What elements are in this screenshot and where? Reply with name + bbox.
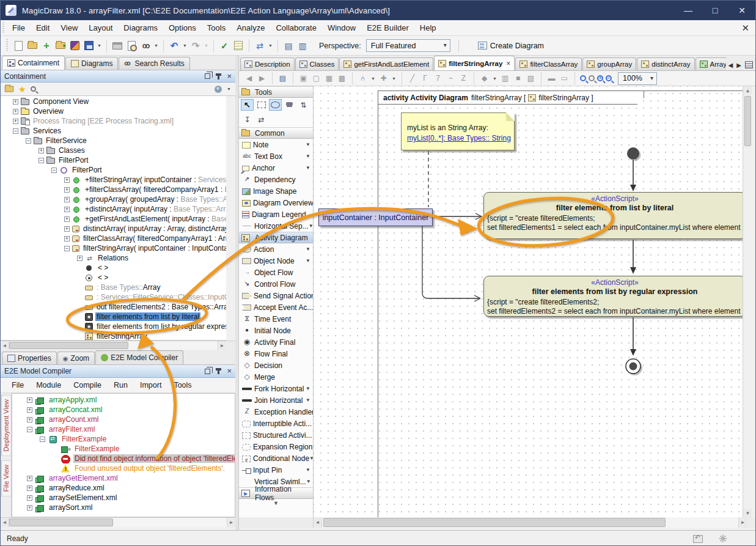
find-dropdown-icon[interactable]: ▼	[153, 43, 159, 48]
containment-tree-row[interactable]: out filteredElements2 : Base Types::Arra…	[1, 302, 226, 312]
maximize-button[interactable]: □	[702, 1, 728, 20]
float-panel-icon[interactable]	[205, 73, 210, 79]
tree-expander-icon[interactable]: +	[64, 216, 70, 222]
diagram-tab-classes[interactable]: Classes	[295, 57, 339, 70]
palette-item-horizontal-sep-[interactable]: Horizontal Sep...▼	[239, 220, 313, 232]
scroll-left-icon[interactable]: ◄	[1, 518, 9, 527]
tab-diagrams[interactable]: Diagrams	[65, 57, 118, 70]
fill-color-icon[interactable]: ◆	[479, 73, 490, 84]
palette-dropdown-icon[interactable]: ▼	[306, 246, 310, 252]
palette-item-structured-activi-[interactable]: Structured Activi...	[239, 429, 313, 441]
export-icon[interactable]: ⇄	[254, 40, 266, 52]
menu-window[interactable]: Window	[322, 21, 361, 35]
close-panel-icon[interactable]: ×	[227, 368, 232, 374]
palette-dropdown-icon[interactable]: ▼	[306, 258, 310, 264]
palette-dropdown-icon[interactable]: ▼	[306, 467, 310, 473]
compiler-tree-row[interactable]: −arrayFilter.xml	[12, 424, 235, 434]
profile-icon[interactable]	[68, 40, 81, 52]
palette-dropdown-icon[interactable]: ▼	[306, 165, 310, 171]
tab-file-view[interactable]: File View	[1, 460, 10, 496]
new-project-icon[interactable]	[12, 40, 24, 52]
diagram-canvas[interactable]: activity Activity Diagram filterStringAr…	[314, 86, 743, 517]
diagram-tab-getfirstandlastelement[interactable]: getFirstAndLastElement	[339, 57, 433, 70]
containment-tree-row[interactable]: +Relations	[1, 253, 226, 263]
tree-expander-icon[interactable]: −	[39, 158, 44, 163]
paste-icon[interactable]: ▢	[311, 73, 321, 84]
print-icon[interactable]	[111, 40, 123, 52]
palette-item-fork-horizontal[interactable]: Fork Horizontal▼	[239, 383, 313, 394]
spelling-icon[interactable]: ✓	[218, 40, 230, 52]
compiler-tree-row[interactable]: +arrayConcat.xml	[12, 405, 235, 415]
grid-icon[interactable]: ▥	[500, 73, 510, 84]
copy-icon[interactable]: ▣	[298, 73, 309, 84]
containment-tree-row[interactable]: filterStringArray	[1, 331, 226, 341]
containment-tree-row[interactable]: filter elements from list by regular exp…	[1, 322, 226, 331]
show-grid-icon[interactable]: ■	[513, 73, 523, 84]
delete-icon[interactable]: ▦	[324, 73, 334, 84]
tree-expander-icon[interactable]: −	[51, 168, 57, 173]
containment-tree-row[interactable]: < >	[1, 273, 226, 282]
open-module-icon[interactable]	[54, 40, 67, 52]
zoom-selection-icon[interactable]	[589, 75, 595, 81]
palette-section-common[interactable]: Common	[239, 127, 313, 139]
palette-item-send-signal-action[interactable]: Send Signal Action	[239, 290, 313, 301]
compiler-tree-row[interactable]: +arrayApply.xml	[12, 395, 235, 405]
containment-tree-row[interactable]: +Process Tracing [E2E Process Tracing.xm…	[1, 116, 226, 126]
align-icon[interactable]: ▬	[546, 73, 557, 84]
object-node-inputcontainer[interactable]: inputContainer : InputContainer	[318, 208, 433, 226]
tree-expander-icon[interactable]: +	[13, 99, 18, 105]
find-icon[interactable]: oo	[139, 40, 152, 52]
palette-section-activity-diagram[interactable]: Activity Diagram	[239, 232, 313, 243]
compiler-menu-tools[interactable]: Tools	[167, 379, 197, 391]
containment-tree-row[interactable]: −filterStringArray( inputContainer : Inp…	[1, 243, 226, 253]
valign-tool-icon[interactable]	[297, 99, 310, 111]
compiler-tree-row[interactable]: +arrayReduce.xml	[12, 483, 235, 493]
menubar-close-icon[interactable]: ✕	[741, 23, 749, 34]
compiler-menu-file[interactable]: File	[6, 379, 30, 391]
close-button[interactable]: ✕	[728, 1, 755, 20]
tree-expander-icon[interactable]: +	[13, 119, 18, 124]
scroll-left-icon[interactable]: ◄	[1, 341, 9, 350]
related-tool-icon[interactable]	[255, 114, 268, 125]
palette-item-interruptible-acti-[interactable]: Interruptible Acti...	[239, 418, 313, 429]
containment-tree-row[interactable]: ++filterStringArray( inputContainer : Se…	[1, 175, 226, 185]
palette-item-action[interactable]: Action▼	[239, 243, 313, 255]
notification-icon[interactable]	[693, 535, 703, 543]
undo-dropdown-icon[interactable]: ▼	[182, 43, 188, 48]
redo-dropdown-icon[interactable]: ▼	[204, 43, 209, 48]
tab-zoom[interactable]: ◉Zoom	[57, 352, 95, 364]
compiler-tree-row[interactable]: +arrayGetElement.xml	[12, 473, 235, 483]
talign-tool-icon[interactable]	[241, 114, 254, 125]
tree-expander-icon[interactable]: −	[26, 138, 31, 144]
cursor-tool-icon[interactable]	[241, 99, 254, 111]
compiler-tree-row[interactable]: +arraySetElement.xml	[12, 493, 235, 503]
containment-tree-row[interactable]: −Services	[1, 126, 226, 136]
export-dropdown-icon[interactable]: ▼	[268, 43, 273, 48]
palette-item-initial-node[interactable]: Initial Node	[239, 325, 313, 336]
pin-panel-icon[interactable]	[218, 73, 219, 79]
tree-expander-icon[interactable]: +	[27, 397, 32, 403]
save-dropdown-icon[interactable]: ▼	[97, 43, 102, 48]
menu-tools[interactable]: Tools	[202, 21, 231, 35]
containment-tree-row[interactable]: −FilterPort	[1, 165, 226, 175]
scroll-right-icon[interactable]: ►	[218, 341, 226, 350]
menu-e2e-builder[interactable]: E2E Builder	[361, 21, 414, 35]
palette-item-decision[interactable]: Decision	[239, 360, 313, 371]
tree-expander-icon[interactable]: +	[64, 226, 70, 232]
palette-item-text-box[interactable]: Text Box▼	[239, 150, 313, 162]
palette-item-expansion-region[interactable]: Expansion Region	[239, 441, 313, 452]
tab-deployment-view[interactable]: Deployment View	[1, 394, 10, 456]
containment-tree-row[interactable]: +distinctArray( inputArray : Array, dist…	[1, 224, 226, 234]
tree-expander-icon[interactable]: +	[27, 407, 32, 413]
diagram-tab-distinctarray[interactable]: distinctArray	[637, 57, 694, 70]
tree-expander-icon[interactable]: −	[27, 427, 32, 432]
marquee-tool-icon[interactable]	[255, 99, 268, 111]
menu-layout[interactable]: Layout	[83, 21, 118, 35]
scroll-left-icon[interactable]: ◄	[314, 517, 322, 528]
canvas-hscrollbar[interactable]: ◄ ►	[239, 517, 756, 528]
scroll-up-icon[interactable]: ▲	[743, 86, 752, 95]
tree-expander-icon[interactable]: +	[27, 476, 32, 481]
menu-help[interactable]: Help	[414, 21, 442, 35]
note-shape[interactable]: myList is an String Array: myList[0..*]:…	[401, 113, 515, 150]
close-panel-icon[interactable]: ×	[227, 73, 232, 79]
